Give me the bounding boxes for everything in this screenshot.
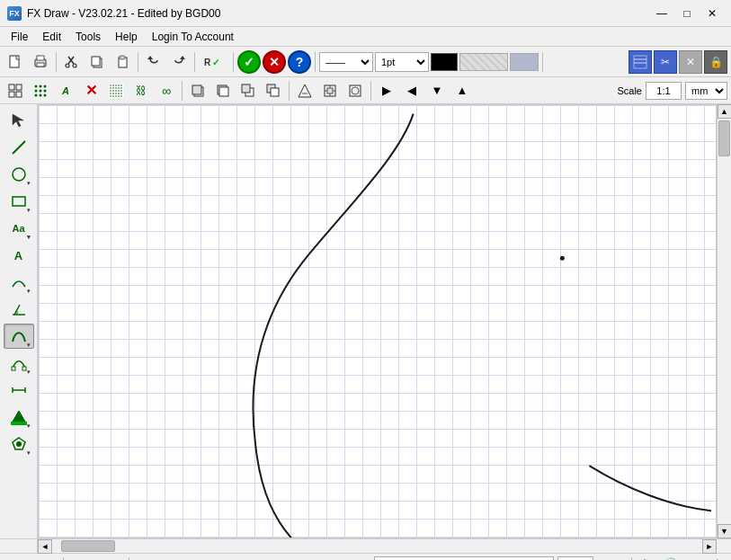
layer-button[interactable]	[628, 50, 652, 74]
paste-button[interactable]	[111, 50, 134, 74]
stamp-dropdown-arrow: ▾	[27, 449, 31, 454]
v-scroll-track[interactable]: ▲ ▼	[718, 104, 732, 538]
help-button[interactable]: ?	[288, 50, 311, 74]
sep-t2-1	[182, 81, 183, 101]
curve-tool-btn[interactable]: ▾	[4, 270, 34, 295]
toolbar1: R✓ ✓ ✕ ? —— - - - ··· 1pt 0.5pt 1.5pt 2p…	[0, 47, 731, 77]
resolve-button[interactable]: R✓	[199, 50, 229, 74]
label-tool-btn[interactable]: A	[4, 243, 34, 268]
scroll-left-btn[interactable]: ◄	[38, 539, 52, 554]
circle-tool-btn[interactable]: ▾	[4, 162, 34, 187]
chain-btn[interactable]: ⛓	[129, 79, 153, 102]
undo-button[interactable]	[142, 50, 165, 74]
status-sep1	[63, 557, 64, 561]
menu-tools[interactable]: Tools	[68, 29, 108, 45]
bezier-tool-btn[interactable]: ▾	[4, 324, 34, 349]
status-sep3	[631, 557, 632, 561]
text-tool-btn[interactable]: Aa ▾	[4, 216, 34, 241]
line-width-select[interactable]: 1pt 0.5pt 1.5pt 2pt	[375, 52, 429, 72]
arrow3-btn[interactable]: ▼	[425, 79, 449, 102]
line-tool-btn[interactable]	[4, 135, 34, 160]
svg-point-45	[115, 90, 117, 92]
redo-button[interactable]	[167, 50, 191, 74]
node-dropdown-arrow: ▾	[27, 369, 31, 373]
v-scroll-thumb[interactable]	[718, 120, 730, 156]
scroll-down-btn[interactable]: ▼	[718, 524, 732, 538]
copy-button[interactable]	[85, 50, 109, 74]
sep5	[315, 52, 316, 72]
print-button[interactable]	[29, 50, 52, 74]
scroll-right-btn[interactable]: ►	[702, 539, 717, 554]
v-scroll-thumb-area[interactable]	[718, 119, 732, 524]
color-picker[interactable]	[431, 53, 458, 71]
scale-input[interactable]	[646, 82, 682, 100]
svg-marker-66	[299, 84, 311, 97]
new-button[interactable]	[4, 50, 27, 74]
grid-toggle-btn[interactable]	[4, 79, 27, 102]
node-tool-btn[interactable]: ▾	[4, 351, 34, 376]
measure-tool-btn[interactable]	[4, 378, 34, 403]
svg-rect-9	[92, 57, 100, 66]
inf-btn[interactable]: ∞	[155, 79, 178, 102]
fill-selector[interactable]	[510, 53, 539, 71]
vertical-scrollbar[interactable]: ▲ ▼	[717, 104, 731, 538]
obj-front-btn[interactable]	[262, 79, 285, 102]
cut-button[interactable]	[60, 50, 84, 74]
snap-text-btn[interactable]: A	[54, 79, 77, 102]
svg-marker-13	[180, 56, 185, 59]
fill-tool-btn[interactable]: ▾	[4, 404, 34, 430]
line-style-select[interactable]: —— - - - ···	[319, 52, 373, 72]
menu-file[interactable]: File	[4, 29, 35, 45]
cross-button[interactable]: ✕	[679, 50, 702, 74]
arrow4-btn[interactable]: ▲	[450, 79, 474, 102]
flag-button[interactable]: ⚑	[637, 556, 657, 561]
obj-back2-btn[interactable]	[236, 79, 260, 102]
scissors-button[interactable]: ✂	[654, 50, 677, 74]
canvas-area[interactable]	[38, 104, 717, 538]
sep2	[138, 52, 138, 72]
unit-select[interactable]: mm cm inch pt	[685, 82, 727, 100]
svg-point-33	[110, 84, 111, 86]
stamp-tool-btn[interactable]: ▾	[4, 431, 34, 457]
fill-pattern-btn[interactable]	[293, 79, 316, 102]
menu-login[interactable]: Login To Account	[145, 29, 241, 45]
lock-button[interactable]: 🔒	[704, 50, 727, 74]
hint-input[interactable]	[374, 556, 554, 561]
maximize-button[interactable]: □	[675, 4, 699, 22]
snap-grid-btn[interactable]	[29, 79, 52, 102]
window-controls: — □ ✕	[650, 4, 724, 22]
transform2-btn[interactable]	[343, 79, 367, 102]
history-button[interactable]: 🕐	[661, 556, 681, 561]
reject-button[interactable]: ✕	[263, 50, 286, 74]
accept-button[interactable]: ✓	[237, 50, 261, 74]
horizontal-scrollbar[interactable]: ◄ ►	[38, 538, 717, 553]
arrow2-btn[interactable]: ◀	[400, 79, 423, 102]
dot-grid-btn[interactable]	[104, 79, 128, 102]
menu-edit[interactable]: Edit	[35, 29, 68, 45]
close-button[interactable]: ✕	[700, 4, 724, 22]
pattern-selector[interactable]	[459, 53, 508, 71]
rect-tool-btn[interactable]: ▾	[4, 189, 34, 214]
zoom-up-btn[interactable]: ▲	[595, 556, 610, 561]
svg-point-39	[112, 87, 114, 89]
grid-status-button[interactable]: ⊞	[684, 556, 704, 561]
zoom-down-btn[interactable]: ▼	[611, 556, 626, 561]
h-scroll-thumb-area[interactable]	[52, 539, 702, 553]
drawing-canvas[interactable]	[39, 105, 716, 538]
menu-help[interactable]: Help	[108, 29, 145, 45]
h-scroll-thumb[interactable]	[61, 540, 115, 552]
minimize-button[interactable]: —	[650, 4, 673, 22]
sep4	[233, 52, 234, 72]
obj-fwd-btn[interactable]	[211, 79, 235, 102]
cross-snap-btn[interactable]: ✕	[79, 79, 103, 102]
settings-button[interactable]: ⚙	[708, 556, 727, 561]
arrow1-btn[interactable]: ▶	[375, 79, 398, 102]
select-tool[interactable]	[4, 108, 34, 133]
svg-point-55	[115, 95, 117, 97]
scroll-up-btn[interactable]: ▲	[718, 104, 732, 119]
angle-tool-btn[interactable]	[4, 297, 34, 322]
svg-point-43	[110, 90, 111, 92]
zoom-input[interactable]	[557, 556, 593, 561]
transform1-btn[interactable]	[318, 79, 342, 102]
obj-back-btn[interactable]	[186, 79, 209, 102]
